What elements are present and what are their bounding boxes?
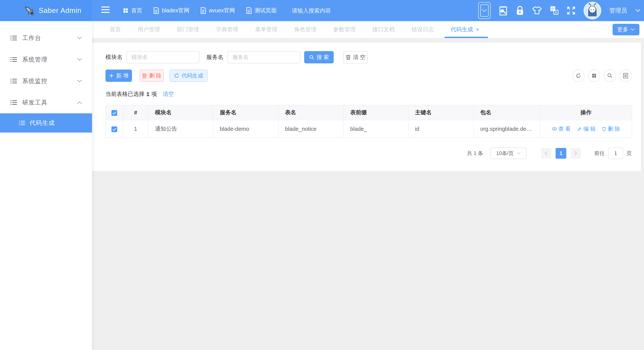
page-size-select[interactable]: 10条/页 xyxy=(490,147,526,159)
user-name[interactable]: 管理员 xyxy=(609,7,627,15)
tab-department-management[interactable]: 部门管理 xyxy=(177,21,199,38)
column-settings-icon[interactable] xyxy=(588,70,600,82)
table-row: 1 通知公告 blade-demo blade_notice blade_ id… xyxy=(106,120,632,138)
nav-tag-test-page[interactable]: 测试页面 xyxy=(246,7,277,15)
refresh-icon[interactable] xyxy=(572,70,584,82)
code-generate-button[interactable]: 代码生成 xyxy=(170,70,208,82)
add-button[interactable]: 新 增 xyxy=(106,70,132,82)
page-number-1[interactable]: 1 xyxy=(556,148,566,159)
tab-menu-management[interactable]: 菜单管理 xyxy=(255,21,277,38)
sidebar-item-system-monitor[interactable]: 系统监控 xyxy=(0,70,92,92)
nav-tag-avuex[interactable]: avuex官网 xyxy=(200,7,235,15)
tab-role-management[interactable]: 角色管理 xyxy=(294,21,316,38)
sidebar: 工作台 系统管理 系统监控 xyxy=(0,21,92,350)
list-menu-icon xyxy=(10,57,17,62)
sidebar-item-dev-tools[interactable]: 研发工具 xyxy=(0,92,92,113)
more-label: 更多 xyxy=(617,26,628,34)
nav-tag-bladex[interactable]: bladex官网 xyxy=(154,7,189,15)
col-header-service: 服务名 xyxy=(213,105,278,120)
search-button[interactable]: 搜 索 xyxy=(304,51,334,63)
app-root: Saber Admin 首页 bladex官网 a xyxy=(0,0,644,350)
row-checkbox[interactable] xyxy=(112,126,117,132)
user-menu-chevron-icon[interactable] xyxy=(635,9,640,12)
edit-label: 编 辑 xyxy=(584,125,596,132)
collapse-panel-icon[interactable] xyxy=(478,2,491,19)
filter-form: 模块名 服务名 搜 索 清 空 xyxy=(106,43,632,63)
service-name-input[interactable] xyxy=(228,51,300,63)
col-header-module: 模块名 xyxy=(148,105,213,120)
edit-link[interactable]: 编 辑 xyxy=(577,125,596,132)
clear-selection-link[interactable]: 清空 xyxy=(163,90,174,98)
pagination: 共 1 条 10条/页 1 前往 页 xyxy=(106,147,632,159)
lock-icon[interactable] xyxy=(516,6,524,16)
cell-primary-key: id xyxy=(408,120,474,138)
list-menu-icon xyxy=(19,120,25,126)
table-menu-icon[interactable] xyxy=(620,70,632,82)
search-toggle-icon[interactable] xyxy=(604,70,616,82)
clear-label: 清 空 xyxy=(353,54,365,61)
tab-dict-management[interactable]: 字典管理 xyxy=(216,21,238,38)
debug-tool-icon[interactable] xyxy=(499,6,508,16)
goto-page-input[interactable] xyxy=(608,147,623,159)
sidebar-item-label: 研发工具 xyxy=(22,99,48,107)
hamburger-menu-icon[interactable] xyxy=(101,7,110,15)
prev-page-button[interactable] xyxy=(541,148,551,159)
sidebar-item-label: 代码生成 xyxy=(30,119,55,127)
list-menu-icon xyxy=(10,100,17,105)
table-header-row: # 模块名 服务名 表名 表前缀 主键名 包名 操作 xyxy=(106,105,632,120)
module-name-input[interactable] xyxy=(126,51,200,63)
app-logo: Saber Admin xyxy=(0,0,92,21)
codegen-label: 代码生成 xyxy=(182,72,203,79)
header-search-input[interactable] xyxy=(292,8,353,14)
nav-tag-label: 首页 xyxy=(131,7,142,15)
tab-error-log[interactable]: 错误日志 xyxy=(412,21,434,38)
goto-page: 前往 页 xyxy=(594,147,632,159)
next-page-button[interactable] xyxy=(570,148,581,159)
language-translate-icon[interactable]: 中 A xyxy=(550,6,559,15)
document-icon xyxy=(154,7,159,14)
nav-tag-home[interactable]: 首页 xyxy=(123,7,142,15)
sidebar-item-code-generation[interactable]: 代码生成 xyxy=(0,113,92,132)
fullscreen-icon[interactable] xyxy=(567,6,576,15)
cell-package: org.springblade.desk... xyxy=(474,120,540,138)
row-action-links: 查 看 编 辑 删 除 xyxy=(540,125,632,132)
list-menu-icon xyxy=(10,78,17,84)
sidebar-item-workbench[interactable]: 工作台 xyxy=(0,27,92,49)
clear-filters-button[interactable]: 清 空 xyxy=(343,51,368,63)
close-tab-icon[interactable]: × xyxy=(476,27,479,33)
grid-toolbar xyxy=(572,70,632,82)
sidebar-item-system-management[interactable]: 系统管理 xyxy=(0,49,92,70)
chevron-down-icon xyxy=(77,58,82,61)
col-header-package: 包名 xyxy=(474,105,540,120)
view-link[interactable]: 查 看 xyxy=(552,125,571,132)
service-name-label: 服务名 xyxy=(206,53,224,61)
theme-shirt-icon[interactable] xyxy=(532,6,542,15)
selection-prefix: 当前表格已选择 xyxy=(106,90,144,98)
header-actions: 中 A xyxy=(478,0,640,21)
user-avatar[interactable] xyxy=(584,2,601,19)
sidebar-item-label: 系统管理 xyxy=(22,56,48,64)
delete-button[interactable]: 删 除 xyxy=(140,70,164,82)
svg-text:A: A xyxy=(555,11,557,14)
sword-logo-icon xyxy=(24,5,35,16)
tab-code-generation[interactable]: 代码生成 × xyxy=(451,21,479,38)
more-tabs-button[interactable]: 更多 xyxy=(612,24,640,35)
total-count: 共 1 条 xyxy=(467,150,483,157)
cell-table-name: blade_notice xyxy=(278,120,344,138)
tab-home[interactable]: 首页 xyxy=(110,21,121,38)
page-size-value: 10条/页 xyxy=(496,150,514,157)
col-header-prefix: 表前缀 xyxy=(344,105,408,120)
tab-param-management[interactable]: 参数管理 xyxy=(333,21,356,38)
tab-user-management[interactable]: 用户管理 xyxy=(138,21,160,38)
col-header-operation: 操作 xyxy=(540,105,632,120)
app-title: Saber Admin xyxy=(39,7,82,15)
nav-tag-label: 测试页面 xyxy=(254,7,277,15)
cell-index: 1 xyxy=(123,120,148,138)
tab-api-docs[interactable]: 接口文档 xyxy=(372,21,395,38)
list-menu-icon xyxy=(10,35,17,41)
delete-link[interactable]: 删 除 xyxy=(602,125,620,132)
col-header-table: 表名 xyxy=(278,105,344,120)
row-delete-label: 删 除 xyxy=(608,125,620,132)
select-all-checkbox[interactable] xyxy=(112,110,117,116)
tab-bar: 首页 用户管理 部门管理 字典管理 菜单管理 角色管理 参数管理 接口文档 错误… xyxy=(92,21,644,38)
